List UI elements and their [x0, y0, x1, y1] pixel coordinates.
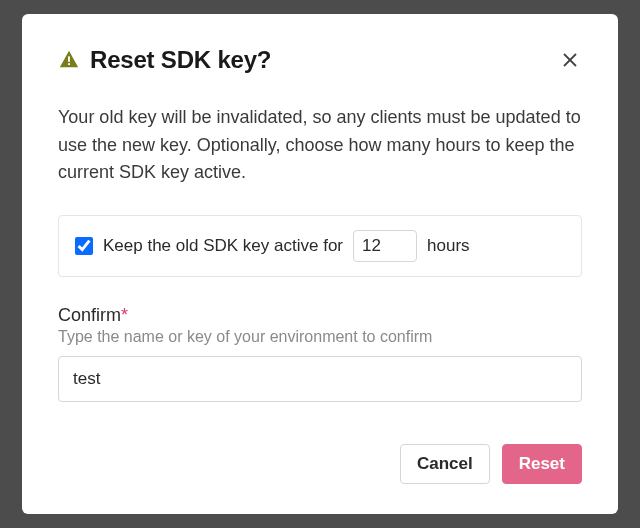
- modal-title: Reset SDK key?: [90, 46, 271, 74]
- confirm-hint: Type the name or key of your environment…: [58, 328, 582, 346]
- modal-header: Reset SDK key?: [58, 46, 582, 74]
- confirm-label: Confirm*: [58, 305, 582, 326]
- confirm-input[interactable]: [58, 356, 582, 402]
- hours-input[interactable]: [353, 230, 417, 262]
- modal-footer: Cancel Reset: [58, 444, 582, 484]
- required-mark: *: [121, 305, 128, 325]
- keep-active-label-prefix: Keep the old SDK key active for: [103, 236, 343, 256]
- svg-rect-0: [68, 56, 70, 62]
- close-button[interactable]: [558, 48, 582, 72]
- warning-icon: [58, 49, 80, 71]
- keep-active-label-suffix: hours: [427, 236, 470, 256]
- keep-active-checkbox[interactable]: [75, 237, 93, 255]
- cancel-button[interactable]: Cancel: [400, 444, 490, 484]
- title-group: Reset SDK key?: [58, 46, 271, 74]
- confirm-label-text: Confirm: [58, 305, 121, 325]
- close-icon: [562, 56, 578, 71]
- keep-active-section: Keep the old SDK key active for hours: [58, 215, 582, 277]
- modal-description: Your old key will be invalidated, so any…: [58, 104, 582, 188]
- reset-button[interactable]: Reset: [502, 444, 582, 484]
- reset-sdk-key-modal: Reset SDK key? Your old key will be inva…: [22, 14, 618, 515]
- svg-rect-1: [68, 63, 70, 65]
